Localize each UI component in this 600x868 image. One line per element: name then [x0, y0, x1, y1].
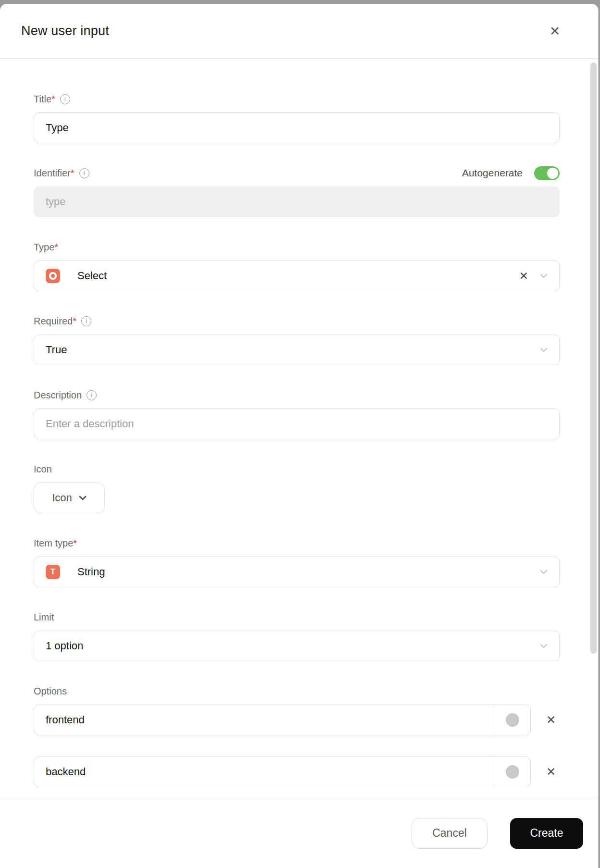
- option-input[interactable]: [34, 757, 494, 787]
- limit-label: Limit: [34, 612, 54, 623]
- required-field-group: Required* i True: [34, 314, 560, 365]
- chevron-down-icon: [540, 644, 548, 648]
- cancel-button[interactable]: Cancel: [412, 818, 488, 849]
- limit-field-group: Limit 1 option: [34, 610, 560, 661]
- dialog-body: Title* i Identifier* i Autogenerate Type…: [0, 59, 598, 798]
- type-select-value: Select: [77, 270, 511, 282]
- remove-option-icon[interactable]: ✕: [542, 765, 560, 779]
- limit-select[interactable]: 1 option: [34, 631, 560, 661]
- info-icon[interactable]: i: [87, 390, 97, 400]
- info-icon[interactable]: i: [79, 168, 89, 178]
- color-circle-icon: [506, 713, 519, 727]
- option-input[interactable]: [34, 705, 494, 735]
- remove-option-icon[interactable]: ✕: [542, 713, 560, 727]
- chevron-down-icon: [79, 496, 87, 500]
- option-row: ✕: [34, 756, 560, 787]
- description-input[interactable]: [34, 409, 560, 439]
- icon-picker-label: Icon: [52, 492, 72, 504]
- chevron-down-icon: [540, 570, 548, 574]
- title-field-group: Title* i: [34, 92, 560, 143]
- icon-picker-button[interactable]: Icon: [34, 483, 105, 513]
- close-icon[interactable]: ✕: [545, 22, 564, 41]
- option-row: ✕: [34, 705, 560, 735]
- title-input[interactable]: [34, 112, 560, 143]
- identifier-input: [34, 186, 560, 217]
- item-type-field-group: Item type* T String: [34, 536, 560, 587]
- type-field-group: Type* Select ✕: [34, 240, 560, 291]
- toggle-knob: [547, 168, 558, 179]
- info-icon[interactable]: i: [60, 94, 70, 104]
- info-icon[interactable]: i: [81, 316, 91, 326]
- scrollbar[interactable]: [590, 62, 597, 654]
- chevron-down-icon: [540, 347, 548, 352]
- option-input-box: [34, 705, 531, 735]
- option-input-box: [34, 756, 531, 787]
- string-type-icon: T: [46, 565, 60, 579]
- chevron-down-icon: [540, 273, 548, 278]
- identifier-label: Identifier*: [34, 168, 75, 179]
- item-type-label: Item type*: [34, 538, 77, 549]
- identifier-field-group: Identifier* i Autogenerate: [34, 166, 560, 217]
- required-label: Required*: [34, 316, 76, 327]
- clear-icon[interactable]: ✕: [519, 270, 528, 283]
- option-color-swatch[interactable]: [494, 705, 530, 735]
- title-label: Title*: [34, 94, 55, 105]
- autogenerate-label: Autogenerate: [462, 167, 523, 179]
- dialog-footer: Cancel Create: [0, 798, 598, 868]
- type-label: Type*: [34, 242, 58, 253]
- color-circle-icon: [506, 765, 519, 779]
- options-field-group: Options ✕ ✕: [34, 684, 560, 787]
- create-button[interactable]: Create: [510, 818, 583, 849]
- required-select-value: True: [46, 344, 531, 356]
- new-user-input-dialog: New user input ✕ Title* i Identifier* i …: [0, 4, 599, 868]
- dialog-header: New user input ✕: [0, 4, 598, 59]
- autogenerate-toggle[interactable]: [534, 166, 560, 180]
- type-select[interactable]: Select ✕: [34, 260, 560, 291]
- limit-select-value: 1 option: [46, 640, 531, 652]
- description-label: Description: [34, 390, 82, 401]
- icon-label: Icon: [34, 464, 52, 475]
- item-type-select[interactable]: T String: [34, 557, 560, 587]
- options-label: Options: [34, 686, 67, 697]
- description-field-group: Description i: [34, 388, 560, 439]
- select-type-icon: [46, 269, 60, 283]
- icon-field-group: Icon Icon: [34, 462, 560, 513]
- page-title: New user input: [21, 24, 109, 38]
- option-color-swatch[interactable]: [494, 757, 530, 787]
- required-select[interactable]: True: [34, 335, 560, 365]
- item-type-select-value: String: [77, 566, 531, 578]
